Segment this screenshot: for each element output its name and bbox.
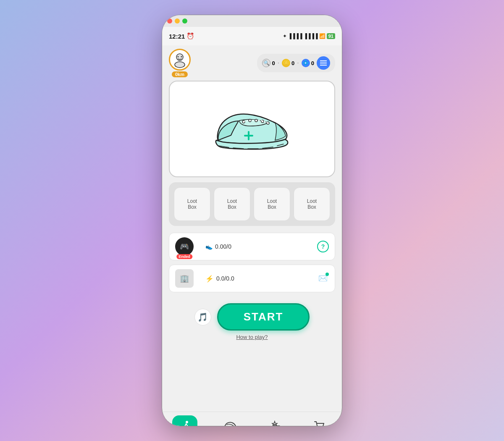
- loot-box-4[interactable]: Loot Box: [294, 187, 330, 221]
- search-coin-icon: 🔍: [262, 59, 270, 67]
- phone-frame: 12:21 ⏰ ✦ ▐▐▐▐ ▐▐▐▐ 📶 91: [162, 15, 342, 426]
- window-minimize-dot[interactable]: [175, 18, 180, 24]
- blue-coin-icon: 💠: [302, 59, 310, 67]
- gold-coin-value: 0: [291, 60, 294, 66]
- start-label: START: [244, 310, 284, 323]
- coin-divider-2: ·: [297, 59, 299, 67]
- svg-rect-6: [320, 65, 327, 66]
- music-button[interactable]: 🎵: [194, 309, 211, 326]
- loot-box-2-label2: Box: [228, 204, 236, 210]
- loot-box-4-label: Loot: [307, 198, 317, 204]
- svg-point-3: [181, 56, 182, 58]
- nav-achievements[interactable]: [262, 415, 287, 426]
- shoe-card[interactable]: [169, 81, 335, 177]
- bluetooth-icon: ✦: [283, 33, 287, 39]
- start-row: 🎵 START: [194, 303, 310, 331]
- gold-coin-icon: 🪙: [282, 59, 290, 67]
- stats-section: 🎮 Ended 👟 0.00/0 ? 🏢: [162, 226, 342, 292]
- avatar[interactable]: [169, 49, 191, 71]
- signal-bars-1: ▐▐▐▐: [288, 33, 302, 39]
- svg-point-2: [178, 56, 179, 58]
- mission-badge[interactable]: 🎮 Ended: [175, 237, 194, 256]
- window-bar: [162, 15, 342, 27]
- how-to-play-link[interactable]: How to play?: [236, 334, 268, 340]
- loot-box-3-label2: Box: [268, 204, 276, 210]
- loot-box-2-label: Loot: [227, 198, 237, 204]
- loot-box-2[interactable]: Loot Box: [214, 187, 250, 221]
- start-section: 🎵 START How to play?: [162, 297, 342, 347]
- menu-button[interactable]: [317, 56, 330, 70]
- blue-coin: 💠 0: [302, 59, 314, 67]
- time-display: 12:21: [169, 33, 185, 40]
- bottom-nav: [162, 412, 342, 426]
- battery-level: 91: [328, 34, 333, 39]
- stat-row-mission: 🎮 Ended 👟 0.00/0 ?: [169, 233, 335, 260]
- loot-box-3-label: Loot: [267, 198, 277, 204]
- svg-rect-4: [320, 60, 327, 61]
- window-maximize-dot[interactable]: [182, 18, 187, 24]
- mail-notification-dot: [326, 273, 329, 276]
- mail-button[interactable]: ✉️: [317, 273, 329, 284]
- music-icon: 🎵: [197, 312, 208, 322]
- signal-bars-2: ▐▐▐▐: [304, 33, 318, 39]
- stat-energy-value: 0.0/0.0: [216, 275, 234, 282]
- shoe-stat-icon: 👟: [205, 243, 213, 250]
- shoe-display: [210, 102, 294, 156]
- alarm-icon: ⏰: [186, 32, 194, 40]
- window-close-dot[interactable]: [167, 18, 172, 24]
- wifi-icon: 📶: [319, 33, 326, 39]
- building-badge[interactable]: 🏢: [175, 269, 194, 288]
- svg-point-14: [186, 421, 188, 423]
- battery-icon: 91: [327, 33, 335, 39]
- stat-row-mission-left: 🎮 Ended 👟 0.00/0: [175, 237, 231, 256]
- search-coin-value: 0: [272, 60, 275, 66]
- loot-box-3[interactable]: Loot Box: [254, 187, 290, 221]
- gold-coin: 🪙 0: [282, 59, 294, 67]
- app-header: 0km 🔍 0 · 🪙 0 · 💠 0: [162, 45, 342, 81]
- help-button[interactable]: ?: [317, 241, 329, 252]
- building-icon: 🏢: [180, 274, 189, 283]
- coin-divider-1: ·: [278, 59, 279, 67]
- avatar-section[interactable]: 0km: [169, 49, 191, 77]
- loot-boxes-section: Loot Box Loot Box Loot Box Loot Box: [169, 182, 335, 226]
- svg-rect-17: [276, 426, 280, 426]
- nav-shoes[interactable]: [217, 415, 242, 426]
- stat-row-energy: 🏢 ⚡ 0.0/0.0 ✉️: [169, 265, 335, 292]
- nav-run[interactable]: [172, 415, 197, 426]
- search-coin: 🔍 0: [262, 59, 275, 67]
- stat-value-energy: ⚡ 0.0/0.0: [205, 275, 234, 283]
- energy-icon: ⚡: [205, 275, 214, 283]
- svg-point-1: [175, 62, 185, 68]
- stat-row-energy-left: 🏢 ⚡ 0.0/0.0: [175, 269, 234, 288]
- main-content: Loot Box Loot Box Loot Box Loot Box: [162, 81, 342, 226]
- status-bar: 12:21 ⏰ ✦ ▐▐▐▐ ▐▐▐▐ 📶 91: [162, 27, 342, 45]
- loot-box-4-label2: Box: [307, 204, 316, 210]
- status-icons: ✦ ▐▐▐▐ ▐▐▐▐ 📶 91: [283, 33, 335, 39]
- loot-box-1-label2: Box: [188, 204, 197, 210]
- start-button[interactable]: START: [217, 303, 310, 331]
- app-scroll: Loot Box Loot Box Loot Box Loot Box: [162, 81, 342, 412]
- svg-rect-5: [320, 63, 327, 63]
- nav-shop[interactable]: [307, 415, 332, 426]
- stat-distance-value: 0.00/0: [215, 243, 231, 250]
- status-time: 12:21 ⏰: [169, 32, 194, 40]
- loot-box-1-label: Loot: [187, 198, 197, 204]
- blue-coin-value: 0: [311, 60, 314, 66]
- avatar-label: 0km: [172, 71, 188, 77]
- mission-icon: 🎮: [180, 242, 189, 251]
- loot-box-1[interactable]: Loot Box: [174, 187, 210, 221]
- ended-label: Ended: [176, 254, 192, 259]
- stat-value-mission: 👟 0.00/0: [205, 243, 231, 250]
- coins-section: 🔍 0 · 🪙 0 · 💠 0: [257, 54, 335, 72]
